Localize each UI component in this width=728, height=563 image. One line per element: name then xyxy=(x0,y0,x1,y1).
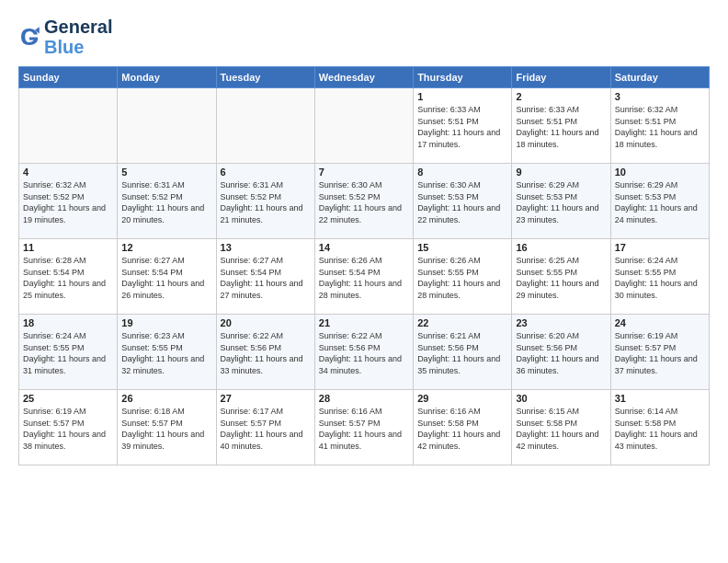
day-info: Sunrise: 6:31 AM Sunset: 5:52 PM Dayligh… xyxy=(221,179,311,225)
day-info: Sunrise: 6:32 AM Sunset: 5:52 PM Dayligh… xyxy=(23,179,113,225)
calendar-cell: 21Sunrise: 6:22 AM Sunset: 5:56 PM Dayli… xyxy=(314,315,413,390)
calendar-cell: 24Sunrise: 6:19 AM Sunset: 5:57 PM Dayli… xyxy=(610,315,709,390)
calendar-cell: 4Sunrise: 6:32 AM Sunset: 5:52 PM Daylig… xyxy=(19,164,118,239)
calendar-cell: 13Sunrise: 6:27 AM Sunset: 5:54 PM Dayli… xyxy=(216,239,314,315)
calendar-cell: 28Sunrise: 6:16 AM Sunset: 5:57 PM Dayli… xyxy=(314,390,413,465)
day-info: Sunrise: 6:25 AM Sunset: 5:55 PM Dayligh… xyxy=(516,255,606,301)
day-number: 12 xyxy=(121,242,211,253)
calendar-cell: 15Sunrise: 6:26 AM Sunset: 5:55 PM Dayli… xyxy=(414,239,512,315)
day-number: 7 xyxy=(319,167,409,178)
calendar: SundayMondayTuesdayWednesdayThursdayFrid… xyxy=(18,66,710,465)
day-info: Sunrise: 6:20 AM Sunset: 5:56 PM Dayligh… xyxy=(516,330,606,376)
day-number: 21 xyxy=(319,317,409,328)
calendar-cell: 1Sunrise: 6:33 AM Sunset: 5:51 PM Daylig… xyxy=(414,88,512,164)
calendar-cell xyxy=(314,88,413,164)
day-info: Sunrise: 6:29 AM Sunset: 5:53 PM Dayligh… xyxy=(516,179,606,225)
day-number: 28 xyxy=(319,393,409,404)
day-number: 4 xyxy=(23,167,113,178)
weekday-header-tuesday: Tuesday xyxy=(216,67,314,88)
day-number: 15 xyxy=(417,242,507,253)
calendar-cell: 27Sunrise: 6:17 AM Sunset: 5:57 PM Dayli… xyxy=(216,390,314,465)
day-number: 16 xyxy=(516,242,606,253)
day-info: Sunrise: 6:19 AM Sunset: 5:57 PM Dayligh… xyxy=(23,406,113,452)
calendar-cell: 25Sunrise: 6:19 AM Sunset: 5:57 PM Dayli… xyxy=(19,390,118,465)
calendar-cell: 16Sunrise: 6:25 AM Sunset: 5:55 PM Dayli… xyxy=(512,239,610,315)
weekday-header-monday: Monday xyxy=(118,67,216,88)
day-number: 23 xyxy=(516,317,606,328)
day-number: 2 xyxy=(516,91,606,102)
day-info: Sunrise: 6:26 AM Sunset: 5:54 PM Dayligh… xyxy=(319,255,409,301)
weekday-header-row: SundayMondayTuesdayWednesdayThursdayFrid… xyxy=(19,67,710,88)
header: General Blue xyxy=(18,17,710,57)
day-info: Sunrise: 6:22 AM Sunset: 5:56 PM Dayligh… xyxy=(319,330,409,376)
day-number: 25 xyxy=(23,393,113,404)
day-number: 26 xyxy=(121,393,211,404)
calendar-cell: 9Sunrise: 6:29 AM Sunset: 5:53 PM Daylig… xyxy=(512,164,610,239)
calendar-cell xyxy=(118,88,216,164)
day-info: Sunrise: 6:33 AM Sunset: 5:51 PM Dayligh… xyxy=(417,104,507,150)
calendar-cell: 20Sunrise: 6:22 AM Sunset: 5:56 PM Dayli… xyxy=(216,315,314,390)
day-info: Sunrise: 6:27 AM Sunset: 5:54 PM Dayligh… xyxy=(121,255,211,301)
weekday-header-wednesday: Wednesday xyxy=(314,67,413,88)
day-info: Sunrise: 6:19 AM Sunset: 5:57 PM Dayligh… xyxy=(615,330,705,376)
calendar-cell: 12Sunrise: 6:27 AM Sunset: 5:54 PM Dayli… xyxy=(118,239,216,315)
weekday-header-sunday: Sunday xyxy=(19,67,118,88)
calendar-cell: 19Sunrise: 6:23 AM Sunset: 5:55 PM Dayli… xyxy=(118,315,216,390)
calendar-cell: 29Sunrise: 6:16 AM Sunset: 5:58 PM Dayli… xyxy=(414,390,512,465)
day-number: 22 xyxy=(417,317,507,328)
week-row-3: 11Sunrise: 6:28 AM Sunset: 5:54 PM Dayli… xyxy=(19,239,710,315)
day-number: 6 xyxy=(221,167,311,178)
calendar-cell: 23Sunrise: 6:20 AM Sunset: 5:56 PM Dayli… xyxy=(512,315,610,390)
day-number: 24 xyxy=(615,317,705,328)
calendar-cell: 7Sunrise: 6:30 AM Sunset: 5:52 PM Daylig… xyxy=(314,164,413,239)
weekday-header-saturday: Saturday xyxy=(610,67,709,88)
calendar-cell: 6Sunrise: 6:31 AM Sunset: 5:52 PM Daylig… xyxy=(216,164,314,239)
week-row-5: 25Sunrise: 6:19 AM Sunset: 5:57 PM Dayli… xyxy=(19,390,710,465)
logo-icon xyxy=(18,26,40,48)
day-number: 29 xyxy=(417,393,507,404)
day-info: Sunrise: 6:16 AM Sunset: 5:57 PM Dayligh… xyxy=(319,406,409,452)
calendar-cell: 8Sunrise: 6:30 AM Sunset: 5:53 PM Daylig… xyxy=(414,164,512,239)
day-info: Sunrise: 6:22 AM Sunset: 5:56 PM Dayligh… xyxy=(221,330,311,376)
day-info: Sunrise: 6:23 AM Sunset: 5:55 PM Dayligh… xyxy=(121,330,211,376)
day-info: Sunrise: 6:15 AM Sunset: 5:58 PM Dayligh… xyxy=(516,406,606,452)
calendar-cell: 22Sunrise: 6:21 AM Sunset: 5:56 PM Dayli… xyxy=(414,315,512,390)
day-number: 19 xyxy=(121,317,211,328)
calendar-cell: 3Sunrise: 6:32 AM Sunset: 5:51 PM Daylig… xyxy=(610,88,709,164)
calendar-cell: 26Sunrise: 6:18 AM Sunset: 5:57 PM Dayli… xyxy=(118,390,216,465)
logo: General Blue xyxy=(18,17,112,57)
calendar-cell: 11Sunrise: 6:28 AM Sunset: 5:54 PM Dayli… xyxy=(19,239,118,315)
day-number: 14 xyxy=(319,242,409,253)
calendar-cell: 10Sunrise: 6:29 AM Sunset: 5:53 PM Dayli… xyxy=(610,164,709,239)
calendar-cell: 5Sunrise: 6:31 AM Sunset: 5:52 PM Daylig… xyxy=(118,164,216,239)
day-info: Sunrise: 6:24 AM Sunset: 5:55 PM Dayligh… xyxy=(615,255,705,301)
day-number: 30 xyxy=(516,393,606,404)
calendar-cell: 31Sunrise: 6:14 AM Sunset: 5:58 PM Dayli… xyxy=(610,390,709,465)
day-info: Sunrise: 6:14 AM Sunset: 5:58 PM Dayligh… xyxy=(615,406,705,452)
day-number: 5 xyxy=(121,167,211,178)
day-info: Sunrise: 6:24 AM Sunset: 5:55 PM Dayligh… xyxy=(23,330,113,376)
calendar-cell xyxy=(19,88,118,164)
calendar-cell: 17Sunrise: 6:24 AM Sunset: 5:55 PM Dayli… xyxy=(610,239,709,315)
day-info: Sunrise: 6:27 AM Sunset: 5:54 PM Dayligh… xyxy=(221,255,311,301)
day-info: Sunrise: 6:32 AM Sunset: 5:51 PM Dayligh… xyxy=(615,104,705,150)
week-row-1: 1Sunrise: 6:33 AM Sunset: 5:51 PM Daylig… xyxy=(19,88,710,164)
day-number: 1 xyxy=(417,91,507,102)
day-number: 20 xyxy=(221,317,311,328)
day-info: Sunrise: 6:18 AM Sunset: 5:57 PM Dayligh… xyxy=(121,406,211,452)
day-info: Sunrise: 6:28 AM Sunset: 5:54 PM Dayligh… xyxy=(23,255,113,301)
week-row-2: 4Sunrise: 6:32 AM Sunset: 5:52 PM Daylig… xyxy=(19,164,710,239)
calendar-cell: 14Sunrise: 6:26 AM Sunset: 5:54 PM Dayli… xyxy=(314,239,413,315)
day-number: 9 xyxy=(516,167,606,178)
day-number: 13 xyxy=(221,242,311,253)
day-info: Sunrise: 6:21 AM Sunset: 5:56 PM Dayligh… xyxy=(417,330,507,376)
day-number: 11 xyxy=(23,242,113,253)
day-info: Sunrise: 6:33 AM Sunset: 5:51 PM Dayligh… xyxy=(516,104,606,150)
day-number: 10 xyxy=(615,167,705,178)
day-number: 18 xyxy=(23,317,113,328)
weekday-header-friday: Friday xyxy=(512,67,610,88)
page: General Blue SundayMondayTuesdayWednesda… xyxy=(0,0,728,477)
day-info: Sunrise: 6:26 AM Sunset: 5:55 PM Dayligh… xyxy=(417,255,507,301)
day-number: 17 xyxy=(615,242,705,253)
day-info: Sunrise: 6:29 AM Sunset: 5:53 PM Dayligh… xyxy=(615,179,705,225)
